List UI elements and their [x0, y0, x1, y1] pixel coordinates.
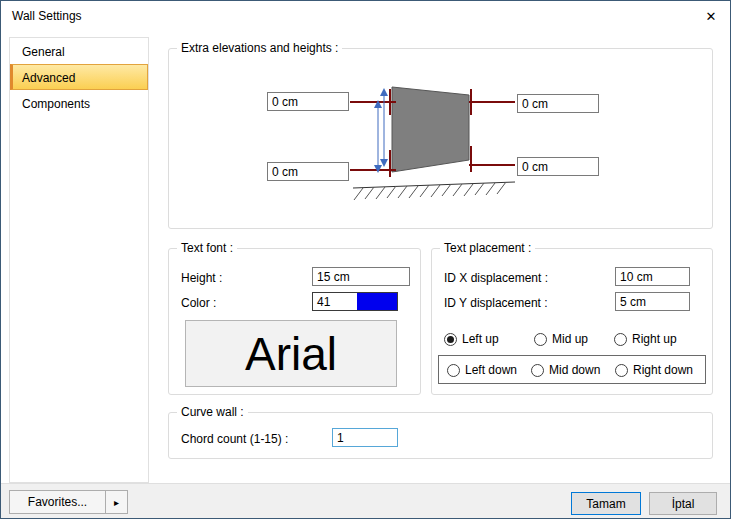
sidebar-item-components[interactable]: Components — [10, 90, 148, 116]
elevation-bottom-left-input[interactable] — [267, 162, 349, 181]
group-extra-elevations: Extra elevations and heights : — [168, 48, 713, 229]
id-y-displacement-label: ID Y displacement : — [444, 296, 548, 310]
footer-bar: Favorites... ▸ Tamam İptal — [1, 484, 730, 518]
radio-label: Right up — [632, 332, 677, 346]
radio-circle — [615, 364, 628, 377]
font-preview-text: Arial — [245, 327, 337, 381]
radio-label: Mid down — [549, 363, 600, 377]
sidebar-item-label: General — [22, 45, 65, 59]
font-preview[interactable]: Arial — [185, 320, 397, 387]
ok-button[interactable]: Tamam — [571, 492, 641, 515]
cancel-button[interactable]: İptal — [649, 492, 717, 515]
font-height-input[interactable] — [312, 267, 410, 286]
radio-circle — [531, 364, 544, 377]
sidebar-item-label: Components — [22, 97, 90, 111]
font-color-index: 41 — [313, 293, 357, 310]
down-placement-box: Left down Mid down Right down — [438, 355, 706, 384]
wall-elevation-diagram — [169, 49, 712, 228]
radio-mid-down[interactable]: Mid down — [531, 363, 600, 377]
favorites-arrow-icon: ▸ — [105, 491, 127, 513]
radio-left-up[interactable]: Left up — [444, 332, 499, 346]
radio-circle — [447, 364, 460, 377]
chord-count-label: Chord count (1-15) : — [181, 432, 288, 446]
close-icon[interactable]: ✕ — [698, 5, 724, 27]
elevation-top-right-input[interactable] — [517, 94, 599, 113]
height-label: Height : — [181, 271, 222, 285]
radio-mid-up[interactable]: Mid up — [534, 332, 588, 346]
radio-circle — [534, 333, 547, 346]
radio-circle — [444, 333, 457, 346]
sidebar-item-label: Advanced — [22, 71, 75, 85]
group-title: Text font : — [177, 241, 237, 255]
id-x-displacement-label: ID X displacement : — [444, 271, 548, 285]
radio-label: Right down — [633, 363, 693, 377]
group-text-font: Text font : Height : Color : 41 Arial — [168, 248, 421, 395]
window-title: Wall Settings — [12, 9, 82, 23]
wall-settings-dialog: { "window": { "title": "Wall Settings", … — [0, 0, 731, 519]
color-label: Color : — [181, 296, 216, 310]
sidebar-item-advanced[interactable]: Advanced — [10, 64, 148, 90]
font-color-swatch — [357, 293, 397, 310]
radio-label: Left down — [465, 363, 517, 377]
id-x-displacement-input[interactable] — [615, 267, 690, 286]
group-curve-wall: Curve wall : Chord count (1-15) : — [168, 412, 713, 459]
category-list: General Advanced Components — [9, 37, 149, 483]
elevation-bottom-right-input[interactable] — [517, 157, 599, 176]
font-color-field[interactable]: 41 — [312, 292, 398, 311]
radio-label: Mid up — [552, 332, 588, 346]
radio-right-down[interactable]: Right down — [615, 363, 693, 377]
favorites-button[interactable]: Favorites... ▸ — [9, 490, 128, 514]
radio-right-up[interactable]: Right up — [614, 332, 677, 346]
group-title: Curve wall : — [177, 405, 248, 419]
elevation-top-left-input[interactable] — [267, 92, 349, 111]
titlebar: Wall Settings ✕ — [1, 1, 730, 31]
radio-circle — [614, 333, 627, 346]
chord-count-input[interactable] — [332, 428, 398, 447]
group-text-placement: Text placement : ID X displacement : ID … — [431, 248, 713, 395]
radio-left-down[interactable]: Left down — [447, 363, 517, 377]
id-y-displacement-input[interactable] — [615, 292, 690, 311]
sidebar-item-general[interactable]: General — [10, 38, 148, 64]
favorites-label: Favorites... — [10, 491, 105, 513]
radio-label: Left up — [462, 332, 499, 346]
group-title: Text placement : — [440, 241, 535, 255]
